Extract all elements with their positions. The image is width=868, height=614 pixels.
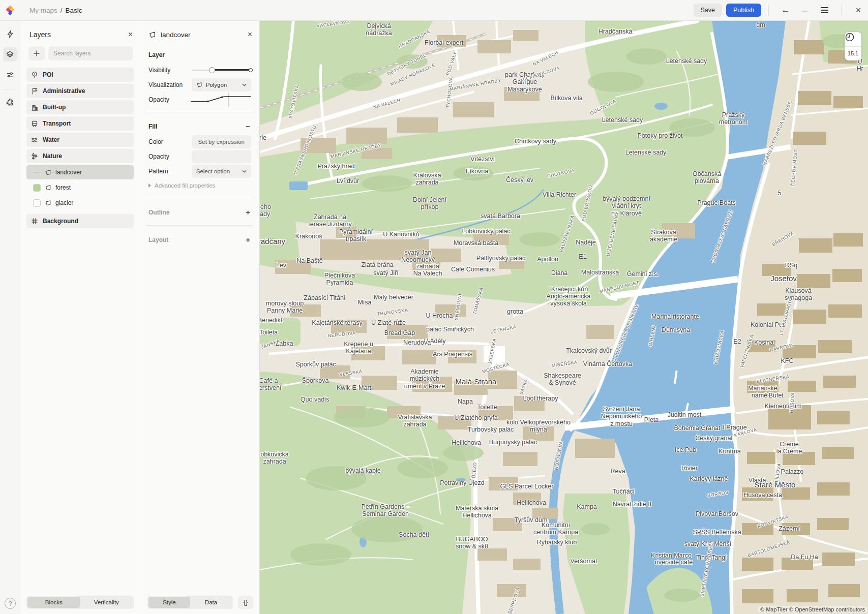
menu-icon[interactable] xyxy=(818,4,831,17)
map-label: svatý Jiří xyxy=(373,269,398,277)
map-label: Komunitní centrum Kampa xyxy=(533,521,578,536)
map-label: Šporkův palác xyxy=(295,361,336,368)
lightning-icon xyxy=(6,30,14,38)
json-code-button[interactable]: {} xyxy=(238,596,253,609)
layers-close-icon[interactable]: × xyxy=(128,30,133,39)
layer-item-glacier[interactable]: glacier xyxy=(26,196,134,210)
layer-group-administrative[interactable]: Administrative xyxy=(26,84,134,98)
map-label: Josefov xyxy=(770,274,797,283)
tab-verticality[interactable]: Verticality xyxy=(80,597,133,608)
visibility-slider[interactable] xyxy=(192,64,251,77)
quick-actions-button[interactable] xyxy=(3,27,17,41)
layer-group-poi[interactable]: POI xyxy=(26,68,134,82)
layer-group-water[interactable]: Water xyxy=(26,133,134,147)
forest-swatch[interactable] xyxy=(33,184,41,192)
map-label: Petřín Gardens – Seminar Garden xyxy=(361,503,409,518)
map-label: Lev xyxy=(276,262,286,269)
map-label: bývalá kaple xyxy=(345,467,381,474)
tab-style[interactable]: Style xyxy=(148,597,190,608)
help-button[interactable]: ? xyxy=(5,598,16,609)
map-label: palác Smiřických xyxy=(426,326,474,333)
street-label: KŘIŽOVNICKÁ xyxy=(713,330,725,364)
triangle-right-icon xyxy=(148,183,151,188)
street-label: NA VALECH xyxy=(373,98,401,110)
close-editor-icon[interactable]: × xyxy=(852,4,865,17)
layer-group-label: Built-up xyxy=(43,104,66,111)
map-label: Marina ristorante xyxy=(651,313,699,320)
map-label: Bufet xyxy=(768,392,783,399)
street-label: U PRAŠNÉHO MOSTU xyxy=(293,125,318,175)
plugins-tool-button[interactable] xyxy=(3,96,17,110)
map-label: Letenské sady xyxy=(602,116,643,124)
map-label: Chotkovy sady xyxy=(515,138,556,145)
bearing-reset-button[interactable] xyxy=(845,32,861,46)
map-label: Florbal expert xyxy=(425,39,463,46)
layers-panel: Layers × POI Administrative Built-up Tra… xyxy=(20,21,140,614)
advanced-fill-toggle[interactable]: Advanced fill properties xyxy=(140,178,259,193)
map-label: Malý belvedér xyxy=(374,294,413,301)
map-label: bývalý podzemní vládní kryt na Klárově xyxy=(603,195,650,217)
map-attribution[interactable]: © MapTiler © OpenStreetMap contributors xyxy=(758,606,867,612)
fill-opacity-button[interactable] xyxy=(192,150,251,163)
street-label: SMETANOVO NÁBŘEŽÍ xyxy=(699,542,714,597)
add-layout-icon[interactable]: + xyxy=(245,236,251,243)
collapse-fill-icon[interactable]: − xyxy=(245,122,251,130)
redo-arrow-icon[interactable]: → xyxy=(798,4,812,17)
street-label: MÁNESŮV MOST xyxy=(599,280,640,294)
layers-tool-button[interactable] xyxy=(3,47,17,62)
slider-end-handle[interactable] xyxy=(249,68,253,72)
map-label: Veršomat xyxy=(571,558,597,565)
layer-item-forest[interactable]: forest xyxy=(26,180,134,195)
layer-group-background[interactable]: Background xyxy=(26,214,134,228)
map-canvas[interactable]: Dejvická nádražkaHradčanskádmFlorbal exp… xyxy=(260,21,868,614)
publish-button[interactable]: Publish xyxy=(726,4,761,17)
map-label: Buquoyský palác xyxy=(489,439,537,446)
layer-group-nature[interactable]: Nature xyxy=(26,149,134,163)
map-label: Dům syna xyxy=(662,326,690,333)
layer-item-landcover[interactable]: ⋯ landcover xyxy=(26,165,134,179)
layer-group-transport[interactable]: Transport xyxy=(26,116,134,131)
map-label: Ice Pub xyxy=(675,446,696,453)
map-label: Fíkovna xyxy=(466,168,488,175)
map-label: Letenské sady xyxy=(666,57,707,65)
logo-icon xyxy=(4,4,16,16)
settings-tool-button[interactable] xyxy=(3,68,17,82)
map-label: Lool therapy xyxy=(523,395,558,402)
fill-pattern-select[interactable]: Select option xyxy=(192,165,251,178)
add-layer-button[interactable] xyxy=(28,46,45,60)
top-bar: My maps/Basic Save Publish ← → × xyxy=(0,0,868,21)
clock-icon xyxy=(845,32,855,42)
fill-color-button[interactable]: Set by expression xyxy=(192,135,251,148)
visualization-select[interactable]: Polygon xyxy=(192,78,251,91)
map-label: U Zlatého gryfa xyxy=(454,414,497,421)
visibility-label: Visibility xyxy=(148,67,192,74)
layer-group-built-up[interactable]: Built-up xyxy=(26,100,134,114)
maptiler-logo[interactable] xyxy=(0,4,20,16)
map-label: Občanská plovárna xyxy=(693,170,721,185)
map-label: Klementinum xyxy=(765,403,802,410)
map-label: Bohemia Granát xyxy=(674,424,720,432)
map-label: Tkalcovský dvůr xyxy=(566,347,612,354)
search-input[interactable] xyxy=(52,49,129,57)
map-label: Apollon xyxy=(537,256,558,263)
map-label: Kajetánské terasy xyxy=(312,319,362,326)
opacity-curve-editor[interactable] xyxy=(191,93,251,107)
slider-handle[interactable] xyxy=(209,67,215,73)
breadcrumb-root[interactable]: My maps xyxy=(29,7,57,14)
undo-arrow-icon[interactable]: ← xyxy=(779,4,792,17)
map-label: Na Baště xyxy=(296,257,322,264)
save-button[interactable]: Save xyxy=(694,4,723,17)
layer-search[interactable] xyxy=(48,46,133,60)
layer-group-label: Transport xyxy=(43,120,71,127)
zoom-level-value: 15.1 xyxy=(848,50,858,56)
inspector-close-icon[interactable]: × xyxy=(248,30,252,39)
add-outline-icon[interactable]: + xyxy=(245,208,251,216)
tab-data[interactable]: Data xyxy=(190,597,232,608)
map-label: Mateřská škola Hellichova xyxy=(456,505,498,519)
map-label: kolo Velkopřevorského mlýna xyxy=(506,419,571,434)
map-label: Mísa xyxy=(357,299,371,306)
map-label: Pivovar Boršov xyxy=(696,510,738,517)
street-label: BORŠOV xyxy=(707,490,729,498)
glacier-swatch[interactable] xyxy=(33,199,41,207)
tab-blocks[interactable]: Blocks xyxy=(27,597,80,608)
